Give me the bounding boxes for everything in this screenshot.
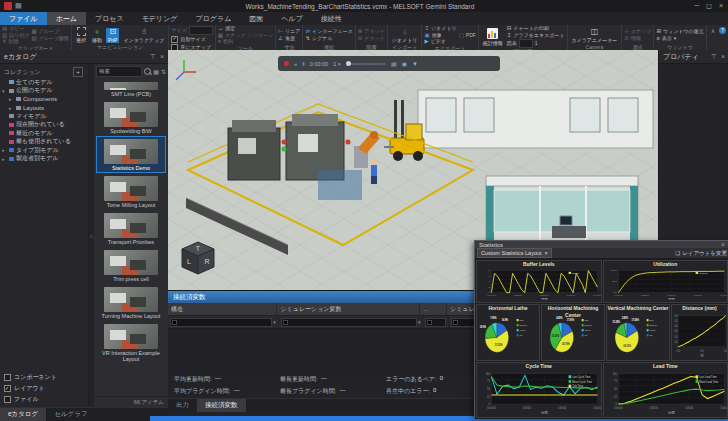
tree-item-models-by-type[interactable]: ▸タイプ別モデル (2, 146, 88, 155)
measure-button[interactable]: ↔測定 (218, 26, 246, 32)
pause-icon[interactable]: ‖ (302, 61, 304, 67)
tab-modeling[interactable]: モデリング (133, 12, 187, 25)
import-geometry-button[interactable]: ↓ジオメトリ (390, 28, 420, 43)
chart-lead-time[interactable]: Lead Time02550751000:00:000:33:201:06:40… (603, 362, 728, 418)
model-thumbnail[interactable]: Transport Priorities (96, 210, 166, 247)
angle-button[interactable]: ∠角度 (278, 36, 300, 42)
save-icon[interactable]: ▤ (15, 2, 22, 10)
filter-components-checkbox[interactable]: コンポーネント (4, 373, 86, 382)
speed-slider[interactable] (346, 63, 386, 65)
close-icon[interactable]: × (160, 53, 164, 60)
export-pdf-button[interactable]: ▢PDF (459, 33, 476, 39)
linear-button[interactable]: ⊢リニア (278, 29, 300, 35)
model-thumbnail[interactable]: Tome Milling Layout (96, 173, 166, 210)
help-icon[interactable]: ? (719, 27, 726, 34)
tree-item-public-models[interactable]: ▾公開のモデル (2, 87, 88, 96)
select-button[interactable]: 選択 (74, 27, 88, 43)
collapse-ribbon-icon[interactable]: ∧ (711, 27, 715, 34)
chart-utilization[interactable]: Utilization0%50%100%0:00:000:25:000:50:0… (603, 260, 728, 303)
chart-buffer-levels[interactable]: Buffer Levels024680:00:000:25:000:50:001… (476, 260, 602, 303)
tree-item-all-models[interactable]: 全てのモデル (2, 78, 88, 87)
tree-item-most-used[interactable]: 最も使用されている (2, 138, 88, 147)
search-input[interactable]: 検索 (96, 66, 142, 77)
chart-horizontal-lathe[interactable]: Horizontal Lathe16.8%57.23%18.9%7.08%Bus… (476, 304, 540, 361)
tree-item-models-by-manufacturer[interactable]: ▸製造者別モデル (2, 155, 88, 164)
skip-start-icon[interactable]: « (294, 61, 297, 67)
tab-ecatalog[interactable]: eカタログ (0, 408, 46, 421)
report-icon[interactable]: ▤ (391, 60, 397, 67)
filter-icon[interactable]: ▾ (418, 319, 421, 325)
pnp-button[interactable]: ⊡PnP (106, 28, 119, 43)
interactive-button[interactable]: ☝インタラクティブ (121, 28, 166, 43)
filter-layouts-checkbox[interactable]: レイアウト (4, 384, 86, 393)
tree-item-components[interactable]: ▸Components (2, 95, 88, 104)
group-button[interactable]: ▦グループ (31, 29, 69, 35)
chart-count-field[interactable]: 図表1 (507, 39, 565, 48)
origin-info-button[interactable]: ⊙情報 (624, 36, 651, 42)
camera-animator-button[interactable]: ◫カメラアニメーター (570, 28, 620, 43)
add-collection-button[interactable]: + (73, 67, 83, 77)
tree-item-currently-open[interactable]: 現在開かれている (2, 121, 88, 130)
filter-input[interactable] (425, 318, 446, 327)
attach-button[interactable]: ⊕アタッチ (358, 29, 385, 35)
move-button[interactable]: ＋移動 (90, 28, 104, 43)
tab-drawing[interactable]: 図面 (240, 12, 272, 25)
interface-button[interactable]: ⇄インターフェース (305, 29, 352, 35)
show-menu-button[interactable]: ≡表示▾ (656, 36, 703, 42)
statistics-button[interactable]: 統計情報 (481, 28, 505, 46)
tab-connected-variables[interactable]: 接続済変数 (197, 399, 246, 412)
tab-cellgraph[interactable]: セルグラフ (46, 408, 95, 421)
tab-program[interactable]: プログラム (186, 12, 240, 25)
tab-process[interactable]: プロセス (86, 12, 133, 25)
camera-icon[interactable]: ◉ (402, 60, 407, 67)
close-icon[interactable]: × (721, 241, 725, 248)
detach-button[interactable]: ⊖デタッチ (358, 36, 385, 42)
restore-windows-button[interactable]: ⊞ウィンドウの復元 (656, 29, 703, 35)
grid-view-icon[interactable]: ▦ (153, 68, 159, 75)
statistics-layout-tab[interactable]: Custom Statistics Layout× (477, 248, 552, 258)
chart-distance[interactable]: Distance (mm)010 00020 00030 00040 00050… (671, 304, 728, 361)
filter-input[interactable] (281, 318, 417, 327)
tree-item-my-models[interactable]: マイモデル (2, 112, 88, 121)
ungroup-button[interactable]: ▧グループ解除 (31, 36, 69, 42)
filter-icon[interactable]: ▼ (412, 61, 418, 67)
tree-item-recent-models[interactable]: 最近のモデル (2, 129, 88, 138)
close-icon[interactable]: × (545, 250, 548, 256)
chart-horizontal-machining-center[interactable]: Horizontal Machining Center17.90%41.79%3… (541, 304, 605, 361)
model-thumbnail[interactable]: SMT Line (PCB) (96, 79, 166, 99)
chart-vertical-machining-center[interactable]: Vertical Machining Center17.46%63.31%15.… (606, 304, 670, 361)
tree-item-layouts[interactable]: ▸Layouts (2, 104, 88, 113)
close-icon[interactable]: × (721, 53, 725, 60)
close-button[interactable]: × (719, 2, 723, 10)
pin-icon[interactable]: ⊤ (150, 53, 156, 61)
operator[interactable] (371, 159, 377, 184)
record-icon[interactable] (284, 61, 289, 66)
tab-help[interactable]: ヘルプ (272, 12, 312, 25)
grid-size-field[interactable] (189, 26, 213, 35)
model-thumbnail[interactable]: Spotwelding BiW (96, 99, 166, 136)
filter-files-checkbox[interactable]: ファイル (4, 395, 86, 404)
origin-snap-button[interactable]: ⊹スナップ (624, 29, 651, 35)
filter-icon[interactable]: ▾ (273, 319, 276, 325)
model-thumbnail[interactable]: VR Interaction Example Layout (96, 321, 166, 364)
model-thumbnail[interactable]: Trim press cell (96, 247, 166, 284)
navigation-cube[interactable]: T L R (178, 240, 218, 276)
copy-button[interactable]: ▤コピー (2, 26, 29, 32)
minimize-button[interactable]: ─ (694, 2, 699, 10)
auto-size-checkbox[interactable]: 自動サイズ (171, 36, 212, 43)
change-layout-button[interactable]: ❏レイアウトを変更 (675, 250, 727, 257)
tab-home[interactable]: ホーム (47, 12, 86, 25)
pattern-button[interactable]: ∷パターン (247, 33, 273, 39)
print-chart-button[interactable]: ⊟チャートの印刷 (507, 26, 565, 32)
tab-connectivity[interactable]: 接続性 (312, 12, 351, 25)
model-thumbnail-selected[interactable]: Statistics Demo (96, 136, 166, 173)
export-graph-button[interactable]: ↥グラフをエキスポート (507, 33, 565, 39)
chart-cycle-time[interactable]: Cycle Time02550751000:00:000:33:201:06:4… (476, 362, 602, 418)
signal-button[interactable]: ↯シグナル (305, 36, 352, 42)
filter-input[interactable] (170, 318, 272, 327)
sort-icon[interactable]: ⇅ (161, 68, 166, 75)
pin-icon[interactable]: ⊤ (711, 53, 717, 61)
tab-output[interactable]: 出力 (168, 399, 197, 412)
tab-file[interactable]: ファイル (0, 12, 47, 25)
export-geometry-button[interactable]: ↥ジオメトリ (424, 26, 456, 32)
